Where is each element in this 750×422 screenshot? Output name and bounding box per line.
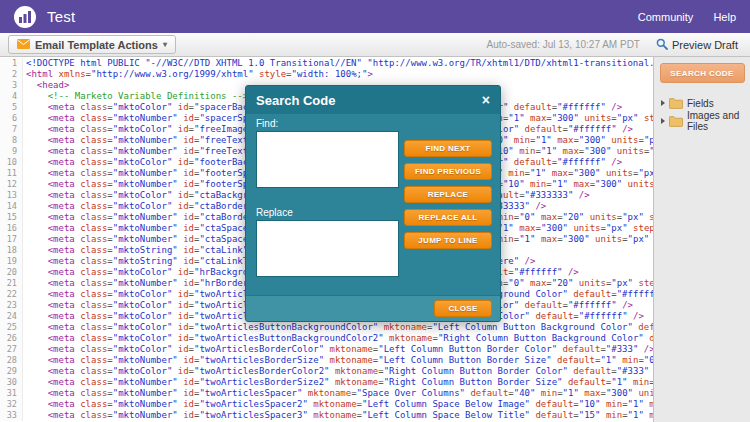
code-text: <meta class="mktoNumber" id="twoArticles… [23, 377, 653, 388]
app-window: Test Community Help Email Template Actio… [0, 0, 750, 422]
line-number: 1 [0, 58, 23, 69]
replace-label: Replace [256, 207, 293, 218]
code-line: 30 <meta class="mktoNumber" id="twoArtic… [0, 377, 653, 388]
line-number: 27 [0, 344, 23, 355]
email-icon [17, 39, 30, 51]
magnifier-icon [656, 38, 668, 52]
line-number: 8 [0, 135, 23, 146]
email-template-actions-button[interactable]: Email Template Actions ▾ [8, 35, 176, 54]
tree-item-images-and-files[interactable]: Images and Files [661, 112, 750, 130]
replace-input[interactable] [256, 220, 399, 277]
community-link[interactable]: Community [638, 11, 694, 23]
tree-item-label: Fields [687, 98, 714, 109]
line-number: 22 [0, 289, 23, 300]
dialog-header[interactable]: Search Code × [246, 86, 500, 114]
code-text: <meta class="mktoNumber" id="twoArticles… [23, 399, 653, 410]
folder-icon [669, 116, 683, 127]
code-text: <meta class="mktoNumber" id="twoArticles… [23, 388, 653, 399]
marketo-logo-icon [14, 6, 36, 28]
folder-icon [669, 98, 683, 109]
tree-item-label: Images and Files [687, 110, 750, 132]
line-number: 9 [0, 146, 23, 157]
line-number: 10 [0, 157, 23, 168]
dialog-footer: CLOSE [246, 295, 500, 321]
find-input[interactable] [256, 131, 399, 188]
line-number: 29 [0, 366, 23, 377]
code-text: <meta class="mktoColor" id="twoArticlesB… [23, 322, 653, 333]
line-number: 3 [0, 80, 23, 91]
code-text: <!-- Marketo Variable Definitions --> [23, 91, 248, 102]
sidebar-tree: FieldsImages and Files [654, 92, 750, 130]
preview-draft-label: Preview Draft [672, 39, 738, 51]
close-icon[interactable]: × [482, 93, 490, 107]
line-number: 4 [0, 91, 23, 102]
code-line: 28 <meta class="mktoNumber" id="twoArtic… [0, 355, 653, 366]
search-code-dialog: Search Code × Find: Replace FIND NEXTFIN… [245, 85, 501, 322]
line-number: 2 [0, 69, 23, 80]
dialog-body: Find: Replace FIND NEXTFIND PREVIOUSREPL… [246, 114, 500, 295]
line-number: 28 [0, 355, 23, 366]
close-button[interactable]: CLOSE [434, 300, 492, 317]
code-line: 31 <meta class="mktoNumber" id="twoArtic… [0, 388, 653, 399]
line-number: 23 [0, 300, 23, 311]
replace-button[interactable]: REPLACE [404, 186, 492, 203]
code-line: 25 <meta class="mktoColor" id="twoArticl… [0, 322, 653, 333]
right-sidebar: SEARCH CODE FieldsImages and Files [653, 57, 750, 422]
line-number: 5 [0, 102, 23, 113]
line-number: 33 [0, 410, 23, 421]
dialog-title: Search Code [256, 93, 335, 108]
find-label: Find: [256, 118, 278, 129]
code-text: <!DOCTYPE html PUBLIC "-//W3C//DTD XHTML… [23, 58, 653, 69]
code-line: 2<html xmlns="http://www.w3.org/1999/xht… [0, 69, 653, 80]
expander-icon [661, 118, 665, 124]
code-line: 1<!DOCTYPE html PUBLIC "-//W3C//DTD XHTM… [0, 58, 653, 69]
code-text: <meta class="mktoNumber" id="twoArticles… [23, 355, 653, 366]
code-text: <meta class="mktoColor" id="twoArticlesB… [23, 333, 653, 344]
line-number: 31 [0, 388, 23, 399]
line-number: 13 [0, 190, 23, 201]
code-text: <meta class="mktoColor" id="twoArticlesB… [23, 344, 653, 355]
code-text: <html xmlns="http://www.w3.org/1999/xhtm… [23, 69, 373, 80]
code-line: 27 <meta class="mktoColor" id="twoArticl… [0, 344, 653, 355]
line-number: 19 [0, 256, 23, 267]
email-template-actions-label: Email Template Actions [35, 39, 158, 51]
line-number: 25 [0, 322, 23, 333]
autosave-status: Auto-saved: Jul 13, 10:27 AM PDT [487, 39, 640, 50]
expander-icon [661, 100, 665, 106]
code-line: 33 <meta class="mktoNumber" id="twoArtic… [0, 410, 653, 421]
line-number: 14 [0, 201, 23, 212]
code-text: <meta class="mktoColor" id="twoArticlesB… [23, 366, 653, 377]
toolbar-right: Auto-saved: Jul 13, 10:27 AM PDT Preview… [487, 38, 742, 52]
find-previous-button[interactable]: FIND PREVIOUS [404, 163, 492, 180]
code-text: <meta class="mktoNumber" id="twoArticles… [23, 410, 653, 421]
header-nav: Community Help [638, 11, 736, 23]
jump-to-line-button[interactable]: JUMP TO LINE [404, 232, 492, 249]
line-number: 18 [0, 245, 23, 256]
code-line: 29 <meta class="mktoColor" id="twoArticl… [0, 366, 653, 377]
preview-draft-button[interactable]: Preview Draft [656, 38, 738, 52]
line-number: 16 [0, 223, 23, 234]
line-number: 21 [0, 278, 23, 289]
line-number: 12 [0, 179, 23, 190]
line-number: 15 [0, 212, 23, 223]
line-number: 6 [0, 113, 23, 124]
search-code-button[interactable]: SEARCH CODE [660, 63, 745, 83]
find-next-button[interactable]: FIND NEXT [404, 140, 492, 157]
code-text: <head> [23, 80, 69, 91]
app-header: Test Community Help [0, 0, 750, 33]
line-number: 20 [0, 267, 23, 278]
line-number: 32 [0, 399, 23, 410]
action-toolbar: Email Template Actions ▾ Auto-saved: Jul… [0, 33, 750, 57]
modal-buttons: FIND NEXTFIND PREVIOUSREPLACEREPLACE ALL… [404, 140, 492, 249]
help-link[interactable]: Help [713, 11, 736, 23]
page-title: Test [47, 8, 75, 25]
code-line: 32 <meta class="mktoNumber" id="twoArtic… [0, 399, 653, 410]
line-number: 24 [0, 311, 23, 322]
line-number: 7 [0, 124, 23, 135]
line-number: 17 [0, 234, 23, 245]
chevron-down-icon: ▾ [163, 40, 167, 49]
replace-all-button[interactable]: REPLACE ALL [404, 209, 492, 226]
line-number: 26 [0, 333, 23, 344]
code-line: 26 <meta class="mktoColor" id="twoArticl… [0, 333, 653, 344]
line-number: 11 [0, 168, 23, 179]
